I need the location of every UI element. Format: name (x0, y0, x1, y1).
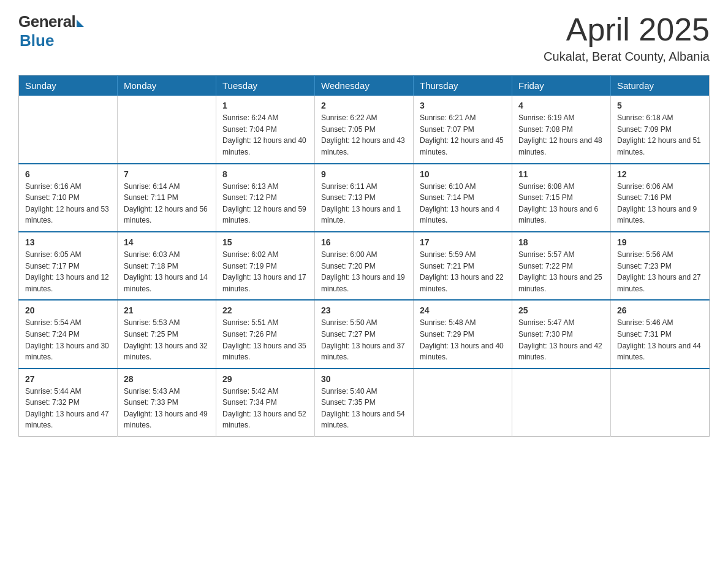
day-info: Sunrise: 5:59 AMSunset: 7:21 PMDaylight:… (420, 249, 506, 294)
page-header: General Blue April 2025 Cukalat, Berat C… (18, 12, 710, 64)
day-number: 2 (321, 101, 407, 110)
day-info: Sunrise: 5:53 AMSunset: 7:25 PMDaylight:… (124, 317, 210, 362)
calendar-cell (611, 369, 710, 437)
calendar-week-row: 27Sunrise: 5:44 AMSunset: 7:32 PMDayligh… (19, 369, 710, 437)
calendar-header-thursday: Thursday (414, 75, 512, 96)
calendar-header-saturday: Saturday (611, 75, 710, 96)
day-number: 9 (321, 169, 407, 179)
day-info: Sunrise: 6:00 AMSunset: 7:20 PMDaylight:… (321, 249, 407, 294)
calendar-cell: 10Sunrise: 6:10 AMSunset: 7:14 PMDayligh… (414, 164, 512, 232)
day-info: Sunrise: 6:21 AMSunset: 7:07 PMDaylight:… (420, 112, 506, 158)
day-info: Sunrise: 5:46 AMSunset: 7:31 PMDaylight:… (617, 317, 703, 362)
day-info: Sunrise: 5:43 AMSunset: 7:33 PMDaylight:… (124, 386, 210, 431)
day-number: 23 (321, 305, 407, 315)
calendar-cell: 28Sunrise: 5:43 AMSunset: 7:33 PMDayligh… (118, 369, 216, 437)
day-number: 15 (222, 237, 308, 247)
calendar-cell: 12Sunrise: 6:06 AMSunset: 7:16 PMDayligh… (611, 164, 710, 232)
day-number: 11 (518, 169, 604, 179)
calendar-cell: 24Sunrise: 5:48 AMSunset: 7:29 PMDayligh… (414, 300, 512, 368)
calendar-cell: 5Sunrise: 6:18 AMSunset: 7:09 PMDaylight… (611, 96, 710, 163)
calendar-week-row: 20Sunrise: 5:54 AMSunset: 7:24 PMDayligh… (19, 300, 710, 368)
day-info: Sunrise: 6:08 AMSunset: 7:15 PMDaylight:… (518, 181, 604, 226)
calendar-cell: 29Sunrise: 5:42 AMSunset: 7:34 PMDayligh… (216, 369, 315, 437)
day-number: 3 (420, 101, 506, 110)
day-info: Sunrise: 5:44 AMSunset: 7:32 PMDaylight:… (25, 386, 111, 431)
calendar-cell: 2Sunrise: 6:22 AMSunset: 7:05 PMDaylight… (315, 96, 414, 163)
day-number: 28 (124, 374, 210, 384)
calendar-table: SundayMondayTuesdayWednesdayThursdayFrid… (18, 75, 710, 437)
calendar-cell: 11Sunrise: 6:08 AMSunset: 7:15 PMDayligh… (512, 164, 611, 232)
day-number: 26 (617, 305, 703, 315)
day-number: 17 (420, 237, 506, 247)
day-info: Sunrise: 6:02 AMSunset: 7:19 PMDaylight:… (222, 249, 308, 294)
day-info: Sunrise: 6:18 AMSunset: 7:09 PMDaylight:… (617, 112, 703, 158)
calendar-cell: 15Sunrise: 6:02 AMSunset: 7:19 PMDayligh… (216, 232, 315, 300)
day-info: Sunrise: 5:51 AMSunset: 7:26 PMDaylight:… (222, 317, 308, 362)
day-number: 13 (25, 237, 111, 247)
day-number: 25 (518, 305, 604, 315)
calendar-cell: 1Sunrise: 6:24 AMSunset: 7:04 PMDaylight… (216, 96, 315, 163)
calendar-week-row: 6Sunrise: 6:16 AMSunset: 7:10 PMDaylight… (19, 164, 710, 232)
day-number: 14 (124, 237, 210, 247)
day-info: Sunrise: 6:14 AMSunset: 7:11 PMDaylight:… (124, 181, 210, 226)
logo-arrow-icon (77, 20, 84, 27)
title-section: April 2025 Cukalat, Berat County, Albani… (544, 12, 710, 64)
calendar-cell: 13Sunrise: 6:05 AMSunset: 7:17 PMDayligh… (19, 232, 118, 300)
calendar-cell: 21Sunrise: 5:53 AMSunset: 7:25 PMDayligh… (118, 300, 216, 368)
day-info: Sunrise: 5:57 AMSunset: 7:22 PMDaylight:… (518, 249, 604, 294)
calendar-cell: 23Sunrise: 5:50 AMSunset: 7:27 PMDayligh… (315, 300, 414, 368)
day-info: Sunrise: 5:47 AMSunset: 7:30 PMDaylight:… (518, 317, 604, 362)
day-number: 16 (321, 237, 407, 247)
calendar-cell: 27Sunrise: 5:44 AMSunset: 7:32 PMDayligh… (19, 369, 118, 437)
day-info: Sunrise: 5:50 AMSunset: 7:27 PMDaylight:… (321, 317, 407, 362)
day-info: Sunrise: 6:03 AMSunset: 7:18 PMDaylight:… (124, 249, 210, 294)
calendar-cell (414, 369, 512, 437)
day-number: 19 (617, 237, 703, 247)
calendar-cell: 30Sunrise: 5:40 AMSunset: 7:35 PMDayligh… (315, 369, 414, 437)
day-info: Sunrise: 5:42 AMSunset: 7:34 PMDaylight:… (222, 386, 308, 431)
calendar-week-row: 13Sunrise: 6:05 AMSunset: 7:17 PMDayligh… (19, 232, 710, 300)
calendar-cell (19, 96, 118, 163)
day-number: 20 (25, 305, 111, 315)
day-number: 21 (124, 305, 210, 315)
calendar-cell: 17Sunrise: 5:59 AMSunset: 7:21 PMDayligh… (414, 232, 512, 300)
day-info: Sunrise: 6:22 AMSunset: 7:05 PMDaylight:… (321, 112, 407, 158)
calendar-cell: 22Sunrise: 5:51 AMSunset: 7:26 PMDayligh… (216, 300, 315, 368)
day-number: 8 (222, 169, 308, 179)
calendar-week-row: 1Sunrise: 6:24 AMSunset: 7:04 PMDaylight… (19, 96, 710, 163)
day-info: Sunrise: 6:24 AMSunset: 7:04 PMDaylight:… (222, 112, 308, 158)
day-number: 6 (25, 169, 111, 179)
calendar-cell (118, 96, 216, 163)
day-number: 18 (518, 237, 604, 247)
calendar-cell: 20Sunrise: 5:54 AMSunset: 7:24 PMDayligh… (19, 300, 118, 368)
day-number: 22 (222, 305, 308, 315)
calendar-cell: 4Sunrise: 6:19 AMSunset: 7:08 PMDaylight… (512, 96, 611, 163)
day-info: Sunrise: 6:11 AMSunset: 7:13 PMDaylight:… (321, 181, 407, 226)
day-number: 4 (518, 101, 604, 110)
day-number: 5 (617, 101, 703, 110)
day-info: Sunrise: 6:05 AMSunset: 7:17 PMDaylight:… (25, 249, 111, 294)
calendar-cell: 3Sunrise: 6:21 AMSunset: 7:07 PMDaylight… (414, 96, 512, 163)
logo-general-text: General (18, 12, 75, 31)
calendar-header-friday: Friday (512, 75, 611, 96)
day-info: Sunrise: 5:40 AMSunset: 7:35 PMDaylight:… (321, 386, 407, 431)
calendar-cell: 18Sunrise: 5:57 AMSunset: 7:22 PMDayligh… (512, 232, 611, 300)
day-info: Sunrise: 6:06 AMSunset: 7:16 PMDaylight:… (617, 181, 703, 226)
calendar-cell: 14Sunrise: 6:03 AMSunset: 7:18 PMDayligh… (118, 232, 216, 300)
day-number: 30 (321, 374, 407, 384)
subtitle: Cukalat, Berat County, Albania (544, 50, 710, 64)
calendar-cell: 26Sunrise: 5:46 AMSunset: 7:31 PMDayligh… (611, 300, 710, 368)
calendar-cell: 16Sunrise: 6:00 AMSunset: 7:20 PMDayligh… (315, 232, 414, 300)
day-info: Sunrise: 6:19 AMSunset: 7:08 PMDaylight:… (518, 112, 604, 158)
day-info: Sunrise: 5:54 AMSunset: 7:24 PMDaylight:… (25, 317, 111, 362)
main-title: April 2025 (544, 12, 710, 47)
calendar-header-row: SundayMondayTuesdayWednesdayThursdayFrid… (19, 75, 710, 96)
day-info: Sunrise: 5:48 AMSunset: 7:29 PMDaylight:… (420, 317, 506, 362)
logo-blue-text: Blue (20, 31, 54, 50)
calendar-header-sunday: Sunday (19, 75, 118, 96)
calendar-cell (512, 369, 611, 437)
calendar-cell: 6Sunrise: 6:16 AMSunset: 7:10 PMDaylight… (19, 164, 118, 232)
calendar-cell: 19Sunrise: 5:56 AMSunset: 7:23 PMDayligh… (611, 232, 710, 300)
day-number: 1 (222, 101, 308, 110)
calendar-header-wednesday: Wednesday (315, 75, 414, 96)
